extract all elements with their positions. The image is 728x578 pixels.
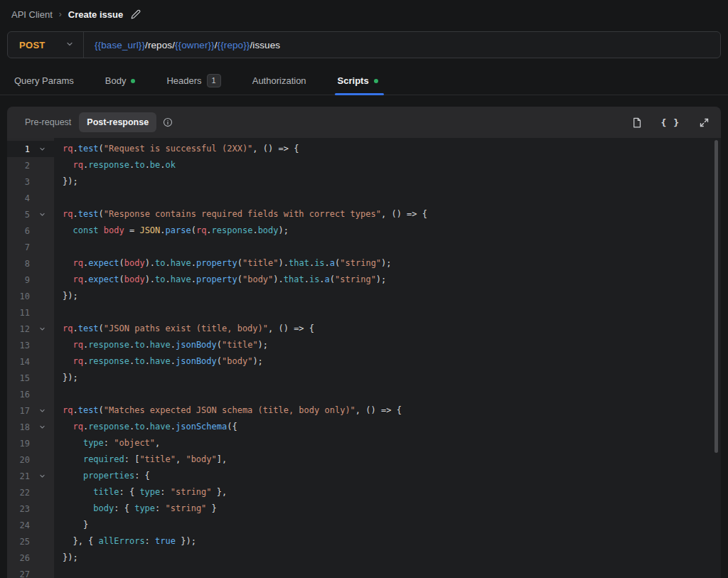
code-line[interactable]: body: { type: "string" } — [63, 501, 721, 517]
url-input[interactable]: {{base_url}}/repos/{{owner}}/{{repo}}/is… — [84, 40, 280, 50]
gutter-row: 23 — [7, 501, 54, 517]
code-line[interactable]: const body = JSON.parse(rq.response.body… — [63, 223, 721, 239]
code-line[interactable]: rq.response.to.have.jsonBody("body"); — [63, 353, 721, 370]
code-line[interactable]: type: "object", — [63, 435, 721, 451]
code-token: jsonBody — [176, 340, 217, 350]
code-line[interactable]: }); — [63, 173, 721, 190]
url-segment: /repos/ — [145, 40, 175, 50]
code-token: : { — [119, 487, 139, 497]
code-token: , — [176, 454, 186, 464]
fold-toggle-icon[interactable] — [30, 211, 54, 218]
code-line[interactable]: properties: { — [63, 468, 721, 484]
method-select[interactable]: POST — [8, 32, 83, 58]
code-line[interactable]: rq.expect(body).to.have.property("title"… — [63, 255, 721, 272]
fold-toggle-icon[interactable] — [30, 473, 54, 479]
tab-query-params[interactable]: Query Params — [14, 67, 74, 95]
code-token: ], — [217, 454, 227, 464]
tab-label: Body — [105, 75, 127, 86]
code-token: rq — [196, 225, 206, 235]
copy-file-icon[interactable] — [631, 117, 642, 128]
code-line[interactable]: rq.test("Matches expected JSON schema (t… — [63, 402, 721, 419]
code-token: body — [124, 258, 145, 268]
breadcrumb-separator: › — [59, 9, 62, 19]
gutter-row: 26 — [7, 550, 54, 566]
code-token: : — [155, 503, 165, 513]
info-icon[interactable] — [163, 117, 173, 127]
code-line[interactable]: }); — [63, 288, 721, 304]
editor-scrollbar[interactable] — [714, 140, 718, 453]
code-token: ); — [381, 258, 391, 268]
code-line[interactable]: }); — [63, 550, 721, 566]
code-line[interactable]: title: { type: "string" }, — [63, 484, 721, 501]
code-line[interactable]: rq.test("Response contains required fiel… — [63, 206, 721, 223]
code-token: ). — [145, 258, 155, 268]
code-token: . — [145, 160, 150, 170]
code-token: rq — [63, 144, 73, 154]
code-token: ( — [99, 209, 104, 219]
tab-scripts[interactable]: Scripts — [338, 67, 378, 95]
code-line[interactable]: rq.test("JSON paths exist (title, body)"… — [63, 321, 721, 337]
line-number: 17 — [7, 406, 30, 416]
code-token: : { — [114, 503, 134, 513]
code-token: ({ — [227, 422, 237, 432]
tab-authorization[interactable]: Authorization — [252, 67, 306, 95]
line-number: 27 — [7, 569, 30, 578]
code-line[interactable]: rq.expect(body).to.have.property("body")… — [63, 272, 721, 288]
line-number: 2 — [7, 161, 30, 171]
code-token — [63, 356, 73, 366]
code-line[interactable]: } — [63, 517, 721, 533]
code-token: , () => { — [252, 144, 299, 154]
editor-gutter: 1234567891011121314151617181920212223242… — [7, 138, 54, 578]
tab-headers[interactable]: Headers1 — [166, 67, 220, 95]
expand-icon[interactable] — [699, 117, 710, 128]
code-token: rq — [73, 422, 82, 432]
editor-code-area[interactable]: rq.test("Request is successful (2XX)", (… — [54, 138, 721, 578]
code-line[interactable] — [63, 190, 721, 206]
code-line[interactable]: rq.test("Request is successful (2XX)", (… — [63, 141, 721, 157]
code-token: . — [191, 258, 196, 268]
code-token: ( — [237, 274, 242, 284]
code-line[interactable] — [63, 239, 721, 255]
code-line[interactable] — [63, 566, 721, 578]
code-editor[interactable]: 1234567891011121314151617181920212223242… — [7, 138, 721, 578]
code-line[interactable]: }, { allErrors: true }); — [63, 533, 721, 550]
code-token: . — [171, 422, 176, 432]
code-token: response — [212, 225, 253, 235]
tab-pre-request[interactable]: Pre-request — [17, 112, 79, 132]
code-token: "Request is successful (2XX)" — [104, 144, 253, 154]
gutter-row: 25 — [7, 533, 54, 550]
tab-body[interactable]: Body — [105, 67, 136, 95]
code-line[interactable] — [63, 386, 721, 402]
breadcrumb-app[interactable]: API Client — [11, 9, 53, 20]
status-dot — [131, 79, 135, 83]
code-token: ( — [217, 356, 222, 366]
code-token — [63, 258, 73, 268]
code-token: ); — [258, 340, 268, 350]
code-token: test — [78, 209, 99, 219]
code-token: body — [124, 274, 145, 284]
tab-post-response[interactable]: Post-response — [79, 112, 156, 132]
code-token — [63, 454, 83, 464]
edit-pencil-icon[interactable] — [131, 9, 141, 19]
code-line[interactable]: required: ["title", "body"], — [63, 451, 721, 468]
code-token: have — [150, 422, 171, 432]
code-line[interactable] — [63, 304, 721, 321]
line-number: 6 — [7, 226, 30, 236]
fold-toggle-icon[interactable] — [30, 326, 54, 332]
code-token: ); — [252, 356, 262, 366]
fold-toggle-icon[interactable] — [30, 407, 54, 414]
code-token — [63, 340, 73, 350]
code-line[interactable]: rq.response.to.be.ok — [63, 157, 721, 173]
code-token: ). — [145, 274, 155, 284]
format-braces-icon[interactable]: { } — [661, 117, 680, 128]
gutter-row: 1 — [7, 141, 54, 157]
fold-toggle-icon[interactable] — [30, 146, 54, 152]
code-token: . — [304, 274, 309, 284]
code-line[interactable]: rq.response.to.have.jsonSchema({ — [63, 419, 721, 435]
fold-toggle-icon[interactable] — [30, 424, 54, 430]
url-segment: {{base_url}} — [95, 40, 145, 50]
code-line[interactable]: rq.response.to.have.jsonBody("title"); — [63, 337, 721, 353]
code-line[interactable]: }); — [63, 370, 721, 386]
code-token: type — [83, 438, 104, 448]
code-token: type — [134, 503, 155, 513]
